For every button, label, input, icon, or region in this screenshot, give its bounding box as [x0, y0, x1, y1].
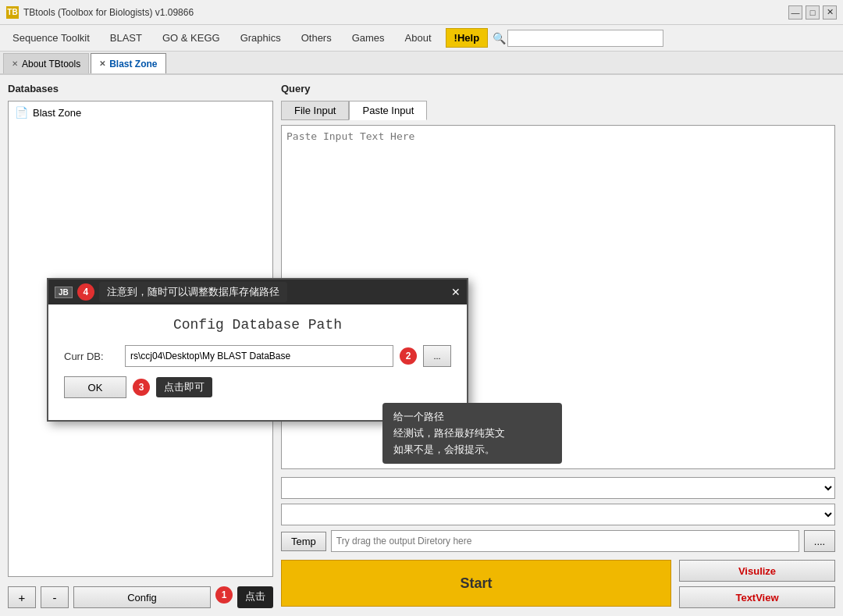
- db-item-name: Blast Zone: [33, 107, 81, 119]
- textview-button[interactable]: TextView: [679, 586, 835, 608]
- search-icon: 🔍: [493, 32, 506, 45]
- menu-bar: Sequence Toolkit BLAST GO & KEGG Graphic…: [0, 25, 843, 52]
- menu-blast[interactable]: BLAST: [101, 29, 151, 47]
- tab-about-tbtools[interactable]: ✕ About TBtools: [3, 53, 89, 73]
- dialog-close-button[interactable]: ✕: [451, 286, 461, 298]
- temp-row: Temp ....: [281, 530, 835, 552]
- temp-dir-input[interactable]: [331, 530, 799, 552]
- select-row-2: [281, 504, 835, 525]
- step3-badge: 3: [133, 379, 150, 396]
- menu-games[interactable]: Games: [343, 29, 394, 47]
- menu-others[interactable]: Others: [292, 29, 341, 47]
- db-buttons: + - Config 1 点击: [8, 586, 273, 608]
- dialog-titlebar: JB 4 注意到，随时可以调整数据库存储路径 ✕: [48, 280, 467, 304]
- start-button[interactable]: Start: [281, 560, 671, 607]
- main-content: Databases 📄 Blast Zone + - Config 1 点击 Q…: [0, 75, 843, 616]
- dialog-title-left: JB 4 注意到，随时可以调整数据库存储路径: [55, 282, 287, 302]
- config-dialog: JB 4 注意到，随时可以调整数据库存储路径 ✕ Config Database…: [47, 278, 468, 422]
- tab-label-about: About TBtools: [22, 59, 80, 69]
- step2-badge: 2: [400, 347, 417, 365]
- temp-button[interactable]: Temp: [281, 532, 326, 551]
- step1-tooltip: 点击: [237, 586, 273, 608]
- bottom-controls: Temp .... Start Visulize TextView: [281, 477, 835, 608]
- dialog-db-row: Curr DB: 2 ...: [64, 345, 451, 367]
- tab-close-about[interactable]: ✕: [12, 59, 18, 68]
- dialog-db-input[interactable]: [125, 345, 393, 367]
- step2-tooltip-popup: 给一个路径 经测试，路径最好纯英文 如果不是，会报提示。: [382, 403, 562, 464]
- right-action-col: Visulize TextView: [679, 560, 835, 608]
- title-bar: TB TBtools (Toolbox for Biologists) v1.0…: [0, 0, 843, 25]
- dialog-curr-db-label: Curr DB:: [64, 351, 119, 362]
- add-db-button[interactable]: +: [8, 586, 36, 608]
- step4-tooltip: 注意到，随时可以调整数据库存储路径: [99, 282, 287, 302]
- window-controls: — □ ✕: [788, 5, 837, 20]
- minimize-button[interactable]: —: [788, 5, 802, 20]
- title-bar-left: TB TBtools (Toolbox for Biologists) v1.0…: [6, 6, 194, 19]
- query-title: Query: [281, 83, 835, 94]
- visualize-button[interactable]: Visulize: [679, 560, 835, 582]
- dialog-ok-button[interactable]: OK: [64, 376, 126, 398]
- step3-tooltip: 点击即可: [156, 377, 212, 397]
- file-icon: 📄: [15, 106, 28, 119]
- select-box-2[interactable]: [281, 504, 835, 525]
- tab-label-blast: Blast Zone: [109, 59, 157, 69]
- tab-paste-input[interactable]: Paste Input: [349, 101, 427, 120]
- config-button[interactable]: Config: [73, 586, 211, 608]
- select-box-1[interactable]: [281, 477, 835, 499]
- remove-db-button[interactable]: -: [41, 586, 69, 608]
- dialog-heading: Config Database Path: [64, 317, 451, 333]
- step2-tooltip-text: 给一个路径 经测试，路径最好纯英文 如果不是，会报提示。: [393, 409, 551, 458]
- step4-badge: 4: [77, 283, 94, 301]
- app-title: TBtools (Toolbox for Biologists) v1.0986…: [23, 7, 194, 18]
- help-button[interactable]: !Help: [446, 28, 489, 48]
- dialog-browse-button[interactable]: ...: [423, 345, 451, 367]
- dialog-ok-row: OK 3 点击即可: [64, 376, 451, 398]
- tab-blast-zone[interactable]: ✕ Blast Zone: [91, 53, 165, 73]
- menu-sequence-toolkit[interactable]: Sequence Toolkit: [3, 29, 99, 47]
- app-icon: TB: [6, 6, 19, 19]
- temp-browse-button[interactable]: ....: [804, 530, 835, 552]
- tab-bar: ✕ About TBtools ✕ Blast Zone: [0, 52, 843, 75]
- close-window-button[interactable]: ✕: [823, 5, 837, 20]
- list-item[interactable]: 📄 Blast Zone: [12, 105, 269, 120]
- step1-badge: 1: [215, 586, 233, 604]
- search-input[interactable]: [507, 30, 663, 47]
- databases-title: Databases: [8, 83, 273, 94]
- action-buttons: Start Visulize TextView: [281, 560, 835, 608]
- menu-go-kegg[interactable]: GO & KEGG: [153, 29, 229, 47]
- maximize-button[interactable]: □: [806, 5, 820, 20]
- tab-file-input[interactable]: File Input: [281, 101, 349, 120]
- menu-about[interactable]: About: [396, 29, 441, 47]
- tab-close-blast[interactable]: ✕: [99, 59, 105, 68]
- select-row-1: [281, 477, 835, 499]
- jb-badge: JB: [55, 287, 73, 298]
- query-tabs: File Input Paste Input: [281, 101, 835, 120]
- menu-graphics[interactable]: Graphics: [231, 29, 290, 47]
